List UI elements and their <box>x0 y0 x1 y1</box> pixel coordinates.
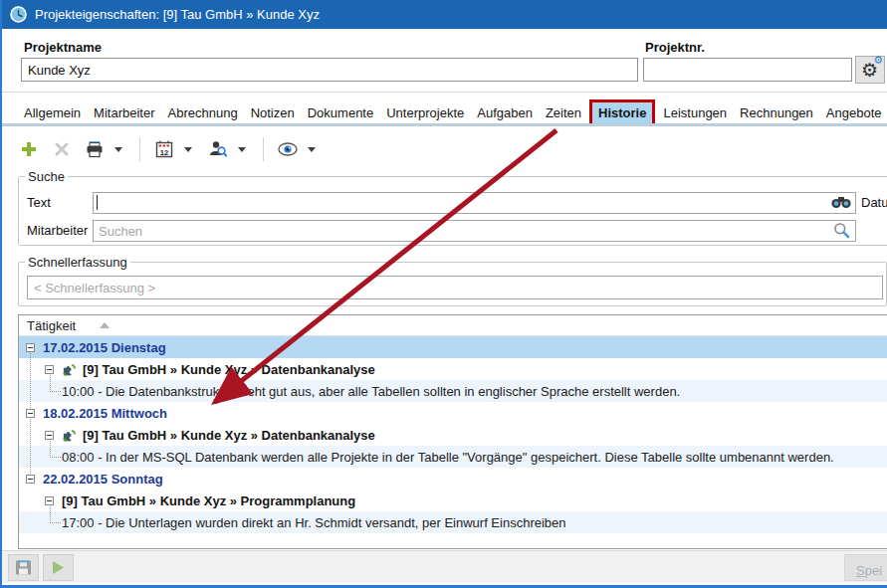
view-dropdown[interactable] <box>308 136 322 162</box>
sort-ascending-icon <box>100 322 110 328</box>
grid-rows: 17.02.2015 Dienstag [9] Tau GmbH » Kunde… <box>19 336 887 533</box>
start-timer-button[interactable] <box>43 554 74 581</box>
mitarbeiter-label: Mitarbeiter <box>27 223 88 238</box>
project-path-label: [9] Tau GmbH » Kunde Xyz » Datenbankanal… <box>83 428 375 443</box>
tab-allgemein[interactable]: Allgemein <box>22 102 83 123</box>
tab-aufgaben[interactable]: Aufgaben <box>475 102 535 123</box>
table-row-project[interactable]: [9] Tau GmbH » Kunde Xyz » Datenbankanal… <box>19 424 887 446</box>
project-path-label: [9] Tau GmbH » Kunde Xyz » Programmplanu… <box>62 493 355 508</box>
history-grid: Tätigkeit 17.02.2015 Dienstag [9] Tau Gm… <box>18 314 887 549</box>
save-button[interactable] <box>8 554 39 581</box>
collapse-toggle-icon[interactable] <box>45 365 54 374</box>
floppy-save-icon <box>15 559 32 576</box>
projektname-label: Projektname <box>24 40 102 55</box>
table-row-project[interactable]: [9] Tau GmbH » Kunde Xyz » Programmplanu… <box>19 490 887 511</box>
print-button[interactable] <box>82 136 108 162</box>
toolbar-separator <box>139 137 140 161</box>
toolbar-separator <box>263 137 264 161</box>
delete-entry-button[interactable] <box>49 136 75 162</box>
add-entry-button[interactable] <box>16 136 42 162</box>
date-group-label: 17.02.2015 Dienstag <box>43 340 166 355</box>
table-row-entry[interactable]: 17:00 - Die Unterlagen wurden direkt an … <box>19 511 887 533</box>
projektnr-label: Projektnr. <box>645 40 705 55</box>
project-properties-window: Projekteigenschaften: [9] Tau GmbH » Kun… <box>0 0 887 588</box>
quick-entry-groupbox: Schnellerfassung <box>18 255 887 306</box>
calendar-dropdown[interactable] <box>184 136 198 162</box>
text-cursor <box>97 195 98 210</box>
tab-unterprojekte[interactable]: Unterprojekte <box>384 102 466 123</box>
tab-rechnungen[interactable]: Rechnungen <box>738 102 815 123</box>
project-puzzle-icon <box>62 362 77 377</box>
app-clock-icon <box>10 6 27 23</box>
play-icon <box>51 560 66 575</box>
svg-text:12: 12 <box>160 148 168 157</box>
employee-search-icon <box>209 140 227 158</box>
chevron-down-icon <box>114 147 122 152</box>
chevron-down-icon <box>308 147 316 152</box>
calendar-filter-button[interactable]: 12 <box>151 136 177 162</box>
quick-entry-input[interactable] <box>27 276 883 299</box>
employee-filter-button[interactable] <box>205 136 231 162</box>
entry-text: 17:00 - Die Unterlagen wurden direkt an … <box>62 515 566 530</box>
quick-entry-legend: Schnellerfassung <box>25 255 130 270</box>
tab-angebote[interactable]: Angebote <box>824 102 884 123</box>
tab-zeiten[interactable]: Zeiten <box>544 102 583 123</box>
projektnr-input[interactable] <box>643 58 852 82</box>
tab-strip-underline <box>2 123 887 126</box>
projektname-input[interactable] <box>21 58 638 82</box>
datum-label: Datu <box>861 195 887 210</box>
text-label: Text <box>27 195 51 210</box>
tab-bar: Allgemein Mitarbeiter Abrechnung Notizen… <box>2 99 887 126</box>
speichern-button[interactable]: Spei <box>844 554 887 581</box>
calendar-icon: 12 <box>155 140 173 158</box>
date-group-label: 18.02.2015 Mittwoch <box>43 406 167 421</box>
history-toolbar: 12 <box>16 133 322 165</box>
header-divider <box>2 92 887 93</box>
search-groupbox: Suche Text Datu Mitarbeiter <box>18 169 887 246</box>
gear-mini-icon: ⚙ <box>873 54 883 67</box>
entry-text: 08:00 - In der MS-SQL Datenbank werden a… <box>62 450 834 465</box>
delete-x-icon <box>55 142 69 156</box>
titlebar: Projekteigenschaften: [9] Tau GmbH » Kun… <box>0 0 887 29</box>
magnifier-icon[interactable] <box>833 222 850 239</box>
column-header-taetigkeit[interactable]: Tätigkeit <box>27 318 76 333</box>
window-title: Projekteigenschaften: [9] Tau GmbH » Kun… <box>35 7 320 22</box>
tab-notizen[interactable]: Notizen <box>249 102 297 123</box>
table-row-entry[interactable]: 10:00 - Die Datenbankstruktur sieht gut … <box>19 380 887 402</box>
grid-header[interactable]: Tätigkeit <box>19 315 887 336</box>
chevron-down-icon <box>184 147 192 152</box>
tab-abrechnung[interactable]: Abrechnung <box>166 102 240 123</box>
tab-historie[interactable]: Historie <box>592 102 652 123</box>
view-button[interactable] <box>275 136 301 162</box>
search-text-input[interactable] <box>93 192 856 214</box>
table-row-date[interactable]: 22.02.2015 Sonntag <box>19 468 887 490</box>
project-puzzle-icon <box>62 428 77 443</box>
date-group-label: 22.02.2015 Sonntag <box>43 472 163 487</box>
print-dropdown[interactable] <box>114 136 128 162</box>
printer-icon <box>86 140 104 158</box>
collapse-toggle-icon[interactable] <box>45 431 54 440</box>
binoculars-icon[interactable] <box>831 195 851 210</box>
search-legend: Suche <box>25 169 68 184</box>
table-row-entry[interactable]: 08:00 - In der MS-SQL Datenbank werden a… <box>19 446 887 468</box>
employee-filter-dropdown[interactable] <box>238 136 252 162</box>
collapse-toggle-icon[interactable] <box>26 343 35 352</box>
tab-leistungen[interactable]: Leistungen <box>661 102 729 123</box>
collapse-toggle-icon[interactable] <box>45 496 54 505</box>
table-row-date[interactable]: 18.02.2015 Mittwoch <box>19 402 887 424</box>
table-row-project[interactable]: [9] Tau GmbH » Kunde Xyz » Datenbankanal… <box>19 358 887 380</box>
chevron-down-icon <box>238 147 246 152</box>
tab-dokumente[interactable]: Dokumente <box>306 102 375 123</box>
tab-mitarbeiter[interactable]: Mitarbeiter <box>92 102 156 123</box>
collapse-toggle-icon[interactable] <box>26 409 35 418</box>
table-row-date[interactable]: 17.02.2015 Dienstag <box>19 336 887 358</box>
mitarbeiter-search-input[interactable] <box>93 220 856 242</box>
project-path-label: [9] Tau GmbH » Kunde Xyz » Datenbankanal… <box>83 362 375 377</box>
footer-bar: Spei <box>2 550 887 583</box>
collapse-toggle-icon[interactable] <box>26 475 35 484</box>
entry-text: 10:00 - Die Datenbankstruktur sieht gut … <box>62 384 680 399</box>
projektnr-settings-button[interactable]: ⚙ ⚙ <box>855 56 885 84</box>
eye-icon <box>278 142 298 156</box>
plus-icon <box>21 141 37 157</box>
